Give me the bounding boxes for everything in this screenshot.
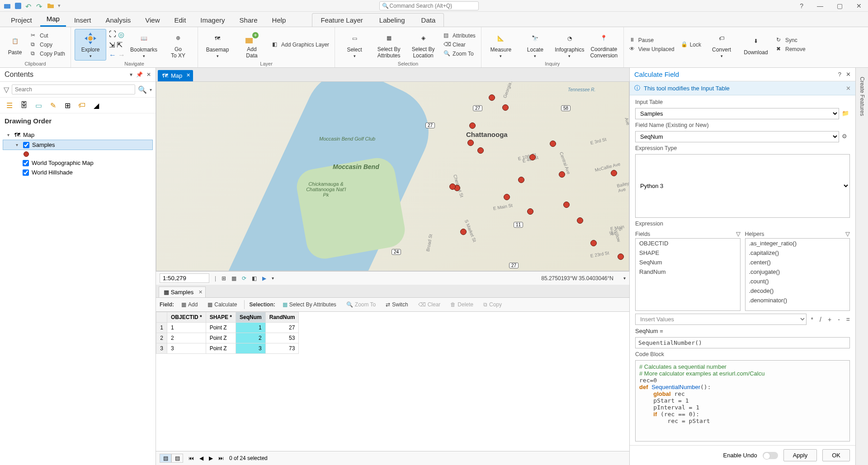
helper-item[interactable]: .as_integer_ratio() xyxy=(745,239,850,248)
tab-help[interactable]: Help xyxy=(266,14,292,27)
bookmarks-button[interactable]: 📖Bookmarks▾ xyxy=(128,29,160,61)
next-extent-icon[interactable]: → xyxy=(118,51,125,59)
copy-path-button[interactable]: ⧉Copy Path xyxy=(29,50,67,58)
tab-project[interactable]: Project xyxy=(5,14,38,27)
open-project-icon[interactable] xyxy=(4,2,11,9)
fields-list[interactable]: OBJECTIDSHAPESeqNumRandNum xyxy=(635,238,741,311)
op-plus[interactable]: + xyxy=(828,316,831,323)
command-search[interactable]: 🔍 xyxy=(379,1,479,10)
browse-icon[interactable]: 📁 xyxy=(842,110,850,118)
field-item[interactable]: SeqNum xyxy=(636,258,740,267)
op-divide[interactable]: / xyxy=(820,316,821,323)
open-icon[interactable] xyxy=(47,2,54,9)
tab-labeling[interactable]: Labeling xyxy=(371,14,413,27)
first-rec-icon[interactable]: ⏮ xyxy=(189,455,194,461)
tab-map[interactable]: Map xyxy=(40,12,66,27)
helper-item[interactable]: .capitalize() xyxy=(745,248,850,258)
attribute-table[interactable]: OBJECTID * SHAPE * SeqNum RandNum 11Poin… xyxy=(156,312,299,354)
clear-button[interactable]: ⌫Clear xyxy=(415,301,443,309)
zoom-in-icon[interactable]: ⇲ xyxy=(109,41,115,49)
list-by-perspective-icon[interactable]: ◢ xyxy=(91,100,101,110)
list-by-editing-icon[interactable]: ✎ xyxy=(48,100,58,110)
zoom-to-sel-button[interactable]: 🔍Zoom To xyxy=(442,50,477,58)
layer-topo[interactable]: World Topographic Map xyxy=(3,158,153,168)
explore-button[interactable]: Explore▾ xyxy=(75,29,106,61)
op-multiply[interactable]: * xyxy=(811,316,813,323)
table-row[interactable]: 22Point Z253 xyxy=(156,333,299,343)
snapping-icon[interactable]: ⊞ xyxy=(222,275,226,282)
helper-item[interactable]: .decode() xyxy=(745,286,850,296)
close-icon[interactable]: ✕ xyxy=(854,2,864,9)
map-scale-input[interactable] xyxy=(160,273,209,283)
pause-drawing-icon[interactable]: ▶ xyxy=(262,275,266,282)
expression-input[interactable]: SequentialNumber() xyxy=(635,337,850,348)
dismiss-info-icon[interactable]: ✕ xyxy=(846,85,851,92)
tab-feature-layer[interactable]: Feature Layer xyxy=(312,14,371,27)
minimize-icon[interactable]: — xyxy=(814,2,826,9)
switch-button[interactable]: ⇄Switch xyxy=(383,301,410,309)
qat-dropdown-icon[interactable]: ▾ xyxy=(58,3,61,9)
search-more-icon[interactable]: ▾ xyxy=(150,87,152,92)
maximize-icon[interactable]: ▢ xyxy=(834,2,845,9)
clear-sel-button[interactable]: ⌫Clear xyxy=(442,41,477,49)
prev-extent-icon[interactable]: ← xyxy=(109,51,116,59)
table-row[interactable]: 11Point Z127 xyxy=(156,323,299,333)
filter-fields-icon[interactable]: ▽ xyxy=(736,230,741,237)
command-search-input[interactable] xyxy=(379,1,479,10)
constraints-icon[interactable]: ⟳ xyxy=(242,275,246,282)
zoom-out-icon[interactable]: ⇱ xyxy=(117,41,123,49)
map-node[interactable]: ▾🗺Map xyxy=(3,130,153,140)
table-wrap[interactable]: OBJECTID * SHAPE * SeqNum RandNum 11Poin… xyxy=(156,312,629,451)
basemap-button[interactable]: 🗺Basemap▾ xyxy=(202,29,233,61)
helper-item[interactable]: .denominator() xyxy=(745,296,850,305)
col-objectid[interactable]: OBJECTID * xyxy=(167,312,206,323)
lock-button[interactable]: 🔒Lock xyxy=(679,41,703,49)
tab-data[interactable]: Data xyxy=(413,14,444,27)
helper-item[interactable]: .center() xyxy=(745,258,850,267)
layer-samples[interactable]: ▾Samples xyxy=(3,140,153,150)
view-unplaced-button[interactable]: 👁View Unplaced xyxy=(627,45,676,53)
close-table-icon[interactable]: ✕ xyxy=(198,289,203,295)
layer-hillshade[interactable]: World Hillshade xyxy=(3,168,153,177)
remove-button[interactable]: ✖Remove xyxy=(774,45,807,53)
download-button[interactable]: ⬇Download xyxy=(740,29,772,61)
col-seqnum[interactable]: SeqNum xyxy=(236,312,266,323)
list-by-snapping-icon[interactable]: ⊞ xyxy=(62,100,72,110)
row-header[interactable] xyxy=(156,312,167,323)
op-equals[interactable]: = xyxy=(846,316,850,323)
field-item[interactable]: RandNum xyxy=(636,267,740,277)
enable-undo-toggle[interactable] xyxy=(763,452,778,459)
ok-button[interactable]: OK xyxy=(822,449,850,461)
gear-icon[interactable]: ⚙ xyxy=(842,133,850,141)
sel-by-attr-button[interactable]: ▦Select By Attributes xyxy=(280,301,339,309)
field-name-select[interactable]: SeqNum xyxy=(635,131,839,142)
pause-button[interactable]: ⏸Pause xyxy=(627,36,676,44)
filter-helpers-icon[interactable]: ▽ xyxy=(845,230,850,237)
calculate-field-button[interactable]: ▦Calculate xyxy=(205,301,240,309)
goto-xy-button[interactable]: ⊕Go To XY xyxy=(162,29,194,61)
zoom-sel-icon[interactable]: ◎ xyxy=(118,30,124,39)
col-randnum[interactable]: RandNum xyxy=(265,312,299,323)
coord-dropdown-icon[interactable]: ▾ xyxy=(623,276,626,281)
close-pane-icon[interactable]: ✕ xyxy=(146,71,151,78)
helper-item[interactable]: .conjugate() xyxy=(745,267,850,277)
attributes-button[interactable]: ▤Attributes xyxy=(442,32,477,40)
select-button[interactable]: ▭Select▾ xyxy=(339,29,370,61)
search-go-icon[interactable]: 🔍 xyxy=(138,85,147,94)
filter-icon[interactable]: ▽ xyxy=(4,85,9,94)
input-table-select[interactable]: Samples xyxy=(635,108,839,119)
help-icon[interactable]: ? xyxy=(838,71,841,78)
field-item[interactable]: SHAPE xyxy=(636,248,740,258)
create-features-tab[interactable]: Create Features xyxy=(855,68,868,465)
layer-samples-symbol[interactable] xyxy=(3,150,153,158)
sync-button[interactable]: ↻Sync xyxy=(774,36,807,44)
layer-checkbox[interactable] xyxy=(23,169,29,176)
layer-checkbox[interactable] xyxy=(23,142,29,148)
layer-checkbox[interactable] xyxy=(23,160,29,166)
undo-icon[interactable]: ↶ xyxy=(25,2,33,9)
help-icon[interactable]: ? xyxy=(797,2,806,9)
show-all-button[interactable]: ▤ xyxy=(160,454,171,463)
expr-type-select[interactable]: Python 3 xyxy=(635,154,850,218)
coord-conv-button[interactable]: 📍Coordinate Conversion xyxy=(588,29,620,61)
redo-icon[interactable]: ↷ xyxy=(36,2,43,9)
